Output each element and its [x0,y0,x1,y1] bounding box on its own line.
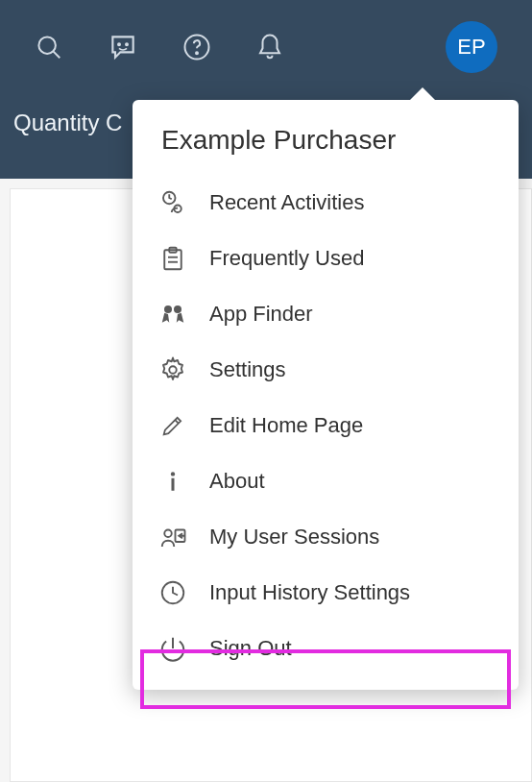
menu-item-my-user-sessions[interactable]: My User Sessions [133,509,519,565]
menu-item-label: About [209,469,265,494]
app-finder-icon [157,299,188,330]
sign-out-icon [157,633,188,664]
avatar[interactable]: EP [446,21,497,73]
menu-item-label: Input History Settings [209,580,410,605]
menu-item-edit-home-page[interactable]: Edit Home Page [133,398,519,453]
menu-item-label: Sign Out [209,636,292,661]
menu-item-label: App Finder [209,302,313,327]
svg-point-18 [164,530,172,538]
svg-point-14 [169,366,177,374]
feedback-icon[interactable] [108,32,138,62]
svg-point-0 [38,37,56,54]
notifications-icon[interactable] [255,33,284,61]
menu-item-frequently-used[interactable]: Frequently Used [133,231,519,286]
svg-point-12 [164,305,172,313]
settings-icon [157,354,188,385]
svg-line-15 [175,420,179,424]
toolbar: EP [0,0,532,77]
input-history-icon [157,577,188,608]
user-sessions-icon [157,522,188,552]
svg-point-5 [196,52,198,54]
menu-item-sign-out[interactable]: Sign Out [133,621,519,676]
recent-activities-icon [157,187,188,218]
user-menu-popover: Example Purchaser Recent Activities [133,100,519,690]
svg-point-13 [174,305,181,313]
avatar-initials: EP [457,35,485,60]
edit-icon [157,410,188,441]
menu-item-input-history-settings[interactable]: Input History Settings [133,565,519,621]
svg-rect-17 [171,478,174,491]
menu-item-label: Settings [209,357,286,382]
svg-point-16 [171,472,175,476]
menu-item-label: Edit Home Page [209,413,363,438]
menu-item-recent-activities[interactable]: Recent Activities [133,175,519,231]
svg-point-3 [126,43,128,45]
help-icon[interactable] [182,33,211,61]
search-icon[interactable] [35,33,63,61]
menu-item-settings[interactable]: Settings [133,342,519,398]
menu-item-label: Recent Activities [209,190,364,215]
popover-title: Example Purchaser [133,100,519,171]
frequently-used-icon [157,243,188,274]
svg-point-2 [118,43,120,45]
menu-item-about[interactable]: About [133,453,519,509]
menu-item-label: Frequently Used [209,246,364,271]
menu-item-label: My User Sessions [209,525,379,550]
user-menu-list: Recent Activities Frequently Used [133,171,519,690]
about-icon [157,466,188,497]
popover-arrow [409,87,436,101]
svg-line-1 [53,51,60,58]
menu-item-app-finder[interactable]: App Finder [133,286,519,342]
